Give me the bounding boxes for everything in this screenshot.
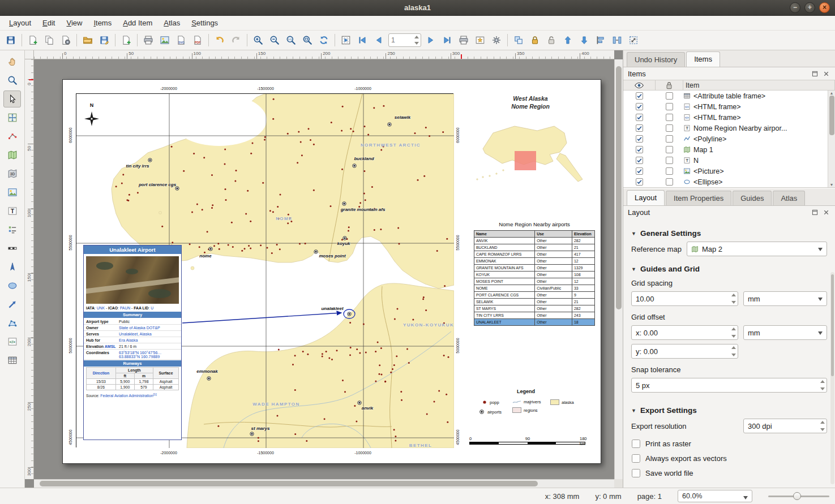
- lock-checkbox[interactable]: [666, 103, 673, 110]
- item-row-ellipse[interactable]: <Ellipse>: [623, 176, 835, 187]
- snap-tolerance-spinbox[interactable]: 5 px: [631, 378, 827, 393]
- move-content-tool-button[interactable]: [3, 109, 21, 126]
- unlock-items-button[interactable]: [543, 32, 559, 48]
- save-template-button[interactable]: [96, 32, 112, 48]
- visibility-checkbox[interactable]: [636, 135, 643, 143]
- zoom-slider[interactable]: [768, 490, 829, 502]
- atlas-settings-button[interactable]: [489, 32, 504, 48]
- atlas-last-button[interactable]: [439, 32, 455, 48]
- export-pdf-button[interactable]: PDF: [190, 32, 205, 48]
- checkbox-always-export-as-vectors[interactable]: [632, 454, 640, 463]
- add-picture-tool-button[interactable]: [3, 184, 21, 201]
- atlas-preview-button[interactable]: [338, 32, 354, 48]
- save-project-button[interactable]: [3, 32, 19, 48]
- add-pages-button[interactable]: [118, 32, 134, 48]
- layout-viewport[interactable]: N selawikbucklandtin city lrrsport clare…: [34, 59, 614, 479]
- visibility-checkbox[interactable]: [636, 157, 643, 164]
- zoom-tool-button[interactable]: [3, 72, 21, 89]
- layout-page[interactable]: N selawikbucklandtin city lrrsport clare…: [62, 79, 601, 464]
- export-atlas-button[interactable]: [472, 32, 488, 48]
- grid-spacing-spinbox[interactable]: 10.00: [631, 291, 738, 306]
- distribute-items-button[interactable]: [609, 32, 625, 48]
- visibility-checkbox[interactable]: [636, 103, 643, 110]
- panel-scrollbar[interactable]: [830, 272, 834, 484]
- layout-manager-button[interactable]: [58, 32, 74, 48]
- export-image-button[interactable]: [157, 32, 173, 48]
- redo-button[interactable]: [228, 32, 244, 48]
- lock-checkbox[interactable]: [666, 114, 673, 121]
- titlebar[interactable]: alaska1 − + ×: [0, 0, 835, 16]
- print-atlas-button[interactable]: [456, 32, 472, 48]
- group-items-button[interactable]: [511, 32, 526, 48]
- menu-view[interactable]: View: [61, 17, 88, 29]
- grid-offset-x-spinbox[interactable]: x: 0.00: [631, 325, 738, 340]
- items-scrollbar[interactable]: ▲▼: [828, 91, 835, 187]
- grid-offset-unit-combo[interactable]: mm: [743, 325, 827, 340]
- general-settings-section[interactable]: ▼General Settings: [631, 229, 827, 238]
- legend-item[interactable]: Legend poppairportsmajriversregionsalask…: [463, 387, 598, 420]
- dock-tab-items[interactable]: Items: [686, 51, 720, 67]
- print-button[interactable]: [140, 32, 156, 48]
- visibility-checkbox[interactable]: [636, 167, 643, 175]
- scalebar-item[interactable]: 090180 km: [469, 436, 597, 449]
- vertical-scrollbar[interactable]: [614, 59, 623, 479]
- menu-layout[interactable]: Layout: [3, 17, 37, 29]
- visibility-checkbox[interactable]: [636, 146, 643, 153]
- layout-panel-close-icon[interactable]: [821, 208, 830, 217]
- grid-spacing-unit-combo[interactable]: mm: [743, 291, 827, 306]
- lock-items-button[interactable]: [527, 32, 543, 48]
- menu-settings[interactable]: Settings: [186, 17, 224, 29]
- lock-checkbox[interactable]: [666, 146, 673, 153]
- add-shape-tool-button[interactable]: [3, 277, 21, 294]
- item-row-nome-region-nearby-airpor[interactable]: TNome Region Nearby airpor...: [623, 123, 835, 133]
- align-items-button[interactable]: [593, 32, 609, 48]
- add-north-arrow-tool-button[interactable]: [3, 259, 21, 275]
- menu-add-item[interactable]: Add Item: [117, 17, 158, 29]
- close-button[interactable]: ×: [819, 2, 830, 13]
- item-row-picture[interactable]: <Picture>: [623, 166, 835, 176]
- resize-items-button[interactable]: [626, 32, 641, 48]
- item-row-map-1[interactable]: Map 1: [623, 144, 835, 155]
- tab-layout[interactable]: Layout: [627, 190, 665, 205]
- horizontal-scrollbar[interactable]: [34, 479, 614, 488]
- load-template-button[interactable]: [80, 32, 96, 48]
- item-row-html-frame[interactable]: </><HTML frame>: [623, 112, 835, 123]
- zoom-actual-button[interactable]: 1:1: [283, 32, 299, 48]
- atlas-next-button[interactable]: [423, 32, 439, 48]
- checkbox-save-world-file[interactable]: [632, 469, 640, 477]
- add-map-tool-button[interactable]: [3, 147, 21, 163]
- item-row-n[interactable]: TN: [623, 155, 835, 166]
- menu-edit[interactable]: Edit: [37, 17, 61, 29]
- edit-nodes-tool-button[interactable]: [3, 128, 21, 145]
- item-row-html-frame[interactable]: </><HTML frame>: [623, 101, 835, 112]
- menu-atlas[interactable]: Atlas: [158, 17, 186, 29]
- zoom-level-combo[interactable]: 60.0%: [678, 490, 752, 502]
- new-layout-button[interactable]: [25, 32, 41, 48]
- add-html-tool-button[interactable]: </>: [3, 333, 21, 350]
- lock-checkbox[interactable]: [666, 124, 673, 132]
- zoom-in-button[interactable]: [250, 32, 266, 48]
- lock-checkbox[interactable]: [666, 157, 673, 164]
- zoom-out-button[interactable]: [267, 32, 282, 48]
- airport-info-frame[interactable]: Unalakleet Airport IATA: UNK - ICAO: PAU…: [83, 245, 182, 440]
- visibility-checkbox[interactable]: [636, 92, 643, 100]
- lock-checkbox[interactable]: [666, 92, 673, 100]
- dock-tab-undo-history[interactable]: Undo History: [627, 52, 685, 67]
- visibility-checkbox[interactable]: [636, 114, 643, 121]
- pan-tool-button[interactable]: [3, 53, 21, 70]
- menu-items[interactable]: Items: [88, 17, 117, 29]
- export-resolution-spinbox[interactable]: 300 dpi: [743, 419, 827, 433]
- tab-atlas[interactable]: Atlas: [773, 191, 805, 205]
- add-node-item-tool-button[interactable]: [3, 315, 21, 331]
- add-arrow-tool-button[interactable]: [3, 296, 21, 313]
- item-row-attribute-table-frame[interactable]: <Attribute table frame>: [623, 91, 835, 101]
- atlas-prev-button[interactable]: [371, 32, 387, 48]
- atlas-first-button[interactable]: [354, 32, 370, 48]
- items-panel-float-icon[interactable]: [810, 69, 819, 78]
- tab-item-properties[interactable]: Item Properties: [666, 191, 731, 205]
- add-3d-map-tool-button[interactable]: 3D: [3, 165, 21, 182]
- export-settings-section[interactable]: ▼Export Settings: [631, 406, 827, 415]
- maximize-button[interactable]: +: [804, 2, 815, 13]
- raise-items-button[interactable]: [560, 32, 576, 48]
- export-svg-button[interactable]: SVG: [173, 32, 189, 48]
